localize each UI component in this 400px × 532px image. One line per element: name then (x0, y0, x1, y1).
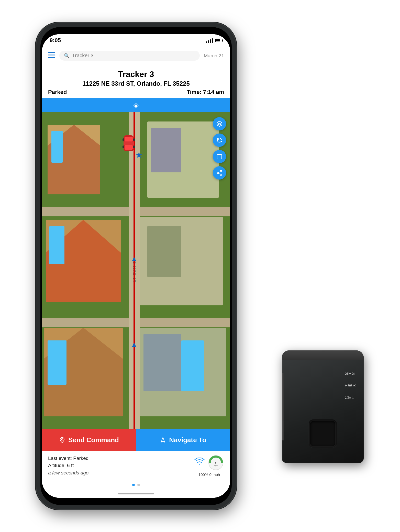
tracker-status-row: Parked Time: 7:14 am (48, 89, 224, 95)
pool-1 (51, 131, 63, 163)
svg-rect-9 (123, 146, 124, 148)
svg-rect-7 (123, 138, 124, 141)
time-ago-text: a few seconds ago (48, 469, 88, 477)
home-indicator (42, 490, 230, 498)
device-side-left (282, 373, 284, 440)
device-label-cel: CEL (345, 395, 356, 400)
device-top (282, 350, 364, 360)
svg-rect-10 (133, 146, 135, 148)
svg-rect-0 (48, 52, 55, 53)
position-marker: ★ (135, 150, 143, 160)
search-input-area[interactable]: 🔍 Tracker 3 (59, 51, 200, 61)
nav-bar-blue[interactable]: ◈ (42, 98, 230, 112)
page-dot-1[interactable] (132, 484, 135, 486)
calendar-button[interactable] (213, 150, 226, 163)
svg-rect-6 (124, 141, 134, 145)
pwr-label: PWR (345, 383, 356, 388)
altitude-text: Altitude: 6 ft (48, 462, 88, 469)
wifi-icon (194, 458, 205, 468)
status-bar: 9:05 (42, 34, 230, 47)
page-dot-2[interactable] (137, 484, 140, 486)
share-button[interactable] (213, 166, 226, 180)
refresh-button[interactable] (213, 134, 226, 147)
svg-rect-8 (133, 138, 135, 141)
device-label-gps: GPS (345, 371, 356, 376)
navigate-to-button[interactable]: Navigate To (136, 429, 230, 451)
svg-point-13 (217, 172, 219, 174)
gps-device: GPS PWR CEL (282, 350, 364, 463)
bottom-info: Last event: Parked Altitude: 6 ft a few … (42, 451, 230, 480)
navigate-to-label: Navigate To (169, 436, 206, 444)
route-arrow-2: ▲ (131, 340, 138, 349)
time-value: 7:14 am (203, 89, 224, 95)
time-label: Time: (187, 89, 202, 95)
bottom-info-right: 0 mph 100% 0 mph (194, 455, 224, 477)
svg-rect-5 (125, 145, 133, 150)
svg-text:0: 0 (215, 462, 216, 464)
last-event-text: Last event: Parked (48, 455, 88, 462)
home-bar (118, 493, 154, 494)
battery-icon (215, 39, 223, 42)
tracker-time-text: Time: 7:14 am (187, 89, 224, 95)
device-label-pwr: PWR (345, 383, 356, 388)
svg-rect-2 (48, 57, 55, 58)
search-icon: 🔍 (64, 53, 70, 59)
speed-label: 100% 0 mph (198, 472, 220, 477)
status-indicators: 0 mph (194, 455, 224, 471)
scene: 9:05 (21, 13, 379, 519)
svg-rect-4 (125, 137, 133, 141)
device-labels: GPS PWR CEL (345, 371, 356, 400)
phone-inner: 9:05 (40, 27, 232, 505)
house-2b (151, 128, 181, 172)
svg-point-14 (220, 174, 222, 175)
layers-button[interactable] (213, 117, 226, 130)
svg-rect-1 (48, 55, 55, 56)
map-area[interactable]: NE 33RD ST (42, 112, 230, 429)
pool-3 (48, 340, 66, 385)
page-dots (42, 480, 230, 490)
device-body: GPS PWR CEL (282, 350, 364, 463)
route-arrow-1: ▲ (131, 255, 138, 263)
status-right (206, 38, 223, 43)
speedometer: 0 mph (208, 455, 224, 471)
house-6b (143, 334, 181, 391)
bottom-info-left: Last event: Parked Altitude: 6 ft a few … (48, 455, 88, 477)
map-background: NE 33RD ST (42, 112, 230, 429)
phone-screen: 9:05 (42, 34, 230, 498)
tracker-address: 11225 NE 33rd ST, Orlando, FL 35225 (48, 80, 224, 87)
svg-point-15 (61, 439, 63, 440)
house-4b (147, 226, 181, 277)
gps-label: GPS (345, 371, 355, 376)
tracker-name: Tracker 3 (48, 70, 224, 79)
car-icon-map (122, 134, 135, 152)
route-line (134, 112, 135, 429)
cel-label: CEL (345, 395, 354, 400)
navigation-arrow-icon: ◈ (133, 101, 139, 109)
search-bar: 🔍 Tracker 3 March 21 (42, 47, 230, 65)
map-controls (213, 117, 226, 180)
status-time: 9:05 (50, 37, 61, 44)
svg-marker-16 (161, 437, 165, 442)
svg-point-12 (220, 170, 222, 172)
search-text: Tracker 3 (72, 53, 195, 59)
action-buttons: Send Command Navigate To (42, 429, 230, 451)
send-command-button[interactable]: Send Command (42, 429, 136, 451)
pool-2 (49, 226, 64, 264)
hamburger-icon[interactable] (48, 52, 55, 60)
device-button[interactable] (309, 419, 337, 448)
info-card: Tracker 3 11225 NE 33rd ST, Orlando, FL … (42, 65, 230, 98)
signal-bars-icon (206, 38, 213, 43)
send-command-label: Send Command (68, 436, 119, 444)
svg-rect-11 (217, 154, 222, 159)
svg-text:mph: mph (214, 465, 218, 467)
date-text: March 21 (204, 53, 224, 59)
pool-4 (181, 340, 204, 391)
phone: 9:05 (36, 23, 236, 509)
tracker-status-text: Parked (48, 89, 67, 95)
